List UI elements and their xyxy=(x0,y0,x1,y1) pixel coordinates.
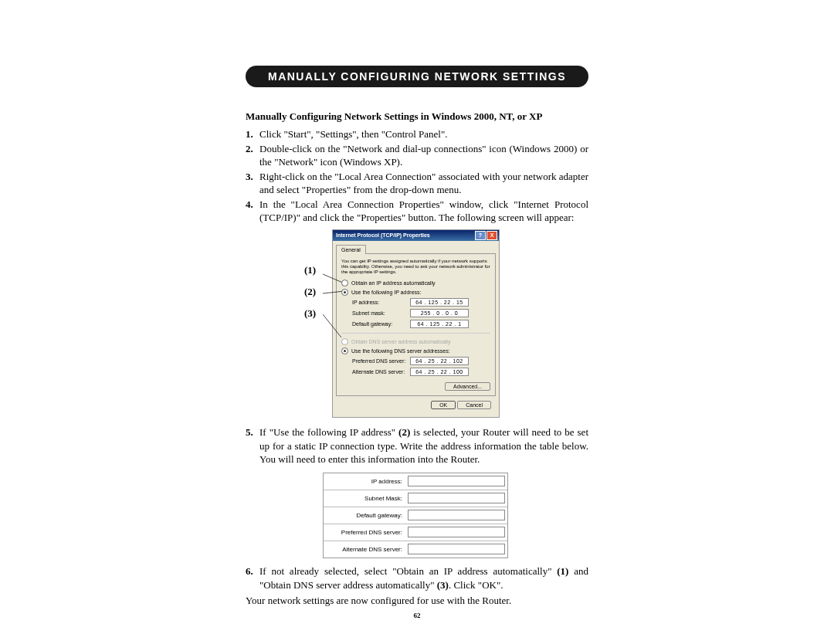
ip-input[interactable]: 64 . 125 . 22 . 15 xyxy=(410,298,469,307)
step-6-text: If not already selected, select "Obtain … xyxy=(259,564,588,591)
titlebar: Internet Protocol (TCP/IP) Properties ? … xyxy=(333,230,499,241)
page-number: 62 xyxy=(246,612,588,619)
radio-obtain-dns-label: Obtain DNS server address automatically xyxy=(351,339,450,344)
pdns-label: Preferred DNS server: xyxy=(352,358,410,364)
step-3-text: Right-click on the "Local Area Connectio… xyxy=(259,170,588,197)
step-2-text: Double-click on the "Network and dial-up… xyxy=(259,142,588,169)
step-5-text: If "Use the following IP address" (2) is… xyxy=(259,425,588,466)
ws-gw-label: Default gateway: xyxy=(324,507,405,524)
ws-mask-input[interactable] xyxy=(408,493,505,503)
worksheet-table: IP address: Subnet Mask: Default gateway… xyxy=(323,473,508,558)
dialog-intro: You can get IP settings assigned automat… xyxy=(341,259,490,276)
subtitle: Manually Configuring Network Settings in… xyxy=(246,110,588,123)
gw-label: Default gateway: xyxy=(352,321,410,327)
radio-obtain-ip[interactable] xyxy=(341,280,348,286)
ws-mask-label: Subnet Mask: xyxy=(324,490,405,507)
gw-input[interactable]: 64 . 125 . 22 . 1 xyxy=(410,320,469,328)
dialog-title: Internet Protocol (TCP/IP) Properties xyxy=(334,232,430,238)
mask-input[interactable]: 255 . 0 . 0 . 0 xyxy=(410,309,469,317)
ws-adns-label: Alternate DNS server: xyxy=(324,541,405,558)
step-number: 3. xyxy=(246,170,259,197)
callout-lines xyxy=(323,268,344,337)
ws-ip-label: IP address: xyxy=(324,473,405,490)
ws-adns-input[interactable] xyxy=(408,544,505,554)
footer-text: Your network settings are now configured… xyxy=(246,595,588,607)
ws-gw-input[interactable] xyxy=(408,510,505,520)
step-number: 5. xyxy=(246,425,259,466)
section-header: MANUALLY CONFIGURING NETWORK SETTINGS xyxy=(246,66,588,87)
close-icon[interactable]: X xyxy=(486,231,497,240)
ws-pdns-label: Preferred DNS server: xyxy=(324,524,405,541)
pdns-input[interactable]: 64 . 25 . 22 . 102 xyxy=(410,357,469,365)
ip-label: IP address: xyxy=(352,300,410,305)
svg-line-2 xyxy=(323,314,344,337)
radio-use-dns-label: Use the following DNS server addresses: xyxy=(351,348,450,354)
radio-obtain-dns xyxy=(341,338,348,345)
ws-pdns-input[interactable] xyxy=(408,527,505,537)
advanced-button[interactable]: Advanced... xyxy=(445,382,490,391)
adns-input[interactable]: 64 . 25 . 22 . 100 xyxy=(410,368,469,376)
ok-button[interactable]: OK xyxy=(431,401,456,409)
ws-ip-input[interactable] xyxy=(408,476,505,486)
callout-3: (3) xyxy=(304,307,316,320)
step-number: 6. xyxy=(246,564,259,591)
tcpip-dialog: Internet Protocol (TCP/IP) Properties ? … xyxy=(332,229,500,419)
step-number: 4. xyxy=(246,198,259,225)
adns-label: Alternate DNS server: xyxy=(352,369,410,375)
tab-general[interactable]: General xyxy=(336,245,366,254)
step-1-text: Click "Start", "Settings", then "Control… xyxy=(259,127,588,141)
radio-obtain-ip-label: Obtain an IP address automatically xyxy=(351,280,435,286)
callouts: (1) (2) (3) xyxy=(304,264,316,329)
step-number: 1. xyxy=(246,127,259,141)
mask-label: Subnet mask: xyxy=(352,310,410,316)
radio-use-dns[interactable] xyxy=(341,347,348,354)
radio-use-ip[interactable] xyxy=(341,289,348,296)
callout-2: (2) xyxy=(304,286,316,298)
callout-1: (1) xyxy=(304,264,316,276)
step-4-text: In the "Local Area Connection Properties… xyxy=(259,198,588,225)
section-title: MANUALLY CONFIGURING NETWORK SETTINGS xyxy=(268,70,566,83)
step-number: 2. xyxy=(246,142,259,169)
help-icon[interactable]: ? xyxy=(475,231,486,240)
cancel-button[interactable]: Cancel xyxy=(457,401,491,409)
radio-use-ip-label: Use the following IP address: xyxy=(351,290,422,295)
